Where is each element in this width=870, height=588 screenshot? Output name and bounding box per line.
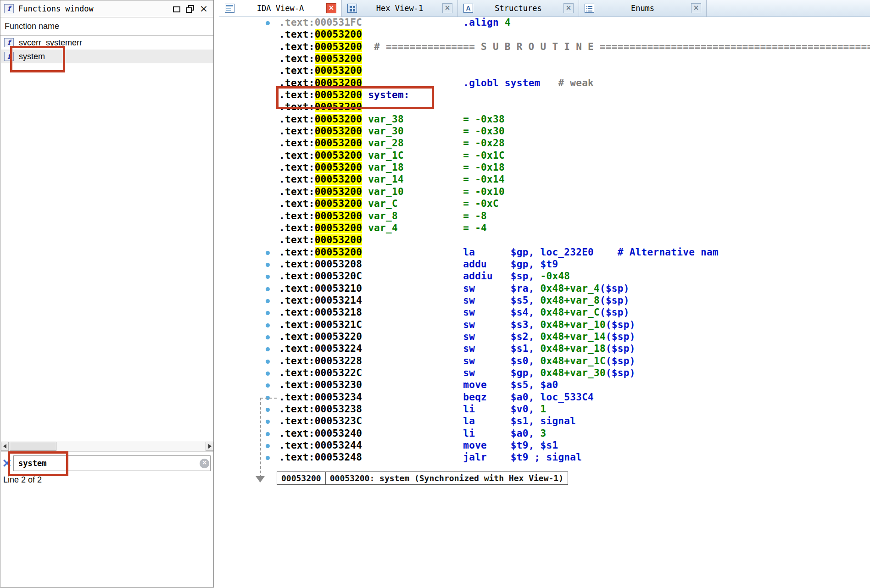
disassembly-line[interactable]: .text:0005321C sw $s3, 0x48+var_10($sp) xyxy=(219,319,870,331)
disassembly-line[interactable]: .text:0005323C la $s1, signal xyxy=(219,416,870,427)
disassembly-line[interactable]: .text:00053244 move $t9, $s1 xyxy=(219,440,870,452)
disassembly-line[interactable]: .text:00053230 move $s5, $a0 xyxy=(219,379,870,391)
segment-prefix: .text: xyxy=(279,367,315,378)
disassembly-line[interactable]: .text:00053200 var_38 = -0x38 xyxy=(219,114,870,126)
disassembly-line[interactable]: .text:00053228 sw $s0, 0x48+var_1C($sp) xyxy=(219,355,870,367)
code-token: var_14 xyxy=(368,174,404,185)
disassembly-line[interactable]: .text:00053248 jalr $t9 ; signal xyxy=(219,452,870,464)
disassembly-line[interactable]: .text:00053200 var_10 = -0x10 xyxy=(219,186,870,198)
segment-prefix: .text: xyxy=(279,234,315,245)
disassembly-line[interactable]: .text:000531FC .align 4 xyxy=(219,17,870,29)
functions-window-titlebar: f Functions window × xyxy=(0,0,213,17)
disassembly-line[interactable]: .text:00053200 var_30 = -0x30 xyxy=(219,126,870,138)
tab-close-button[interactable]: × xyxy=(326,3,336,13)
segment-prefix: .text: xyxy=(279,198,315,209)
code-token: $a0, xyxy=(511,428,541,439)
disassembly-line[interactable]: .text:00053200 xyxy=(219,65,870,77)
disassembly-line[interactable]: .text:00053214 sw $s5, 0x48+var_8($sp) xyxy=(219,295,870,307)
code-token: $s5, $a0 xyxy=(511,379,558,390)
address: 00053200 xyxy=(315,138,362,149)
disassembly-line[interactable]: .text:00053200 var_18 = -0x18 xyxy=(219,162,870,174)
annotation-box-search-system xyxy=(8,451,68,476)
code-token xyxy=(362,186,368,197)
code-dot-icon xyxy=(266,360,270,364)
disassembly-line[interactable]: .text:00053200 var_28 = -0x28 xyxy=(219,138,870,150)
structures-icon xyxy=(463,4,473,13)
address: 00053200 xyxy=(315,65,362,76)
code-token: sw xyxy=(463,367,475,378)
clear-search-icon[interactable]: × xyxy=(200,459,209,468)
code-token: jalr xyxy=(463,452,487,463)
column-header-function-name[interactable]: Function name xyxy=(0,17,213,36)
disassembly-line[interactable]: .text:00053200 var_8 = -8 xyxy=(219,211,870,222)
annotation-box-function-system xyxy=(10,46,65,72)
disassembly-line[interactable]: .text:00053208 addu $gp, $t9 xyxy=(219,259,870,271)
disassembly-line[interactable]: .text:00053220 sw $s2, 0x48+var_14($sp) xyxy=(219,331,870,343)
disassembly-line[interactable]: .text:00053200 xyxy=(219,234,870,246)
code-token xyxy=(475,331,511,342)
code-dot-icon xyxy=(266,263,270,267)
code-token xyxy=(362,319,463,330)
address: 00053200 xyxy=(315,198,362,209)
tab-ida-view-a[interactable]: IDA View-A× xyxy=(219,0,342,17)
disassembly-line[interactable]: .text:00053200 xyxy=(219,53,870,65)
close-button-icon[interactable]: × xyxy=(197,2,211,15)
code-token xyxy=(404,138,463,149)
segment-prefix: .text: xyxy=(279,331,315,342)
disassembly-line[interactable]: .text:00053234 beqz $a0, loc_533C4 xyxy=(219,392,870,404)
disassembly-line[interactable]: .text:00053200 # =============== S U B R… xyxy=(219,41,870,53)
disassembly-line[interactable]: .text:00053238 li $v0, 1 xyxy=(219,404,870,416)
disassembly-line[interactable]: .text:00053240 li $a0, 3 xyxy=(219,428,870,440)
disassembly-line[interactable]: .text:0005322C sw $gp, 0x48+var_30($sp) xyxy=(219,367,870,379)
code-token xyxy=(541,78,558,89)
tab-close-button[interactable]: × xyxy=(442,3,452,13)
disassembly-line[interactable]: .text:00053200 xyxy=(219,29,870,41)
segment-prefix: .text: xyxy=(279,114,315,125)
disassembly-line[interactable]: .text:00053200 var_C = -0xC xyxy=(219,198,870,210)
disassembly-line[interactable]: .text:00053218 sw $s4, 0x48+var_C($sp) xyxy=(219,307,870,319)
disassembly-line[interactable]: .text:00053210 sw $ra, 0x48+var_4($sp) xyxy=(219,283,870,295)
disassembly-line[interactable]: .text:00053200 var_14 = -0x14 xyxy=(219,174,870,186)
code-token xyxy=(362,259,463,270)
horizontal-scrollbar[interactable] xyxy=(1,441,213,452)
disassembly-line[interactable]: .text:00053200 var_4 = -4 xyxy=(219,222,870,234)
code-token: $gp, xyxy=(511,367,541,378)
tab-enums[interactable]: Enums× xyxy=(579,0,707,17)
tab-structures[interactable]: Structures× xyxy=(458,0,579,17)
disassembly-line[interactable]: .text:00053200 la $gp, loc_232E0 # Alter… xyxy=(219,247,870,259)
tab-close-button[interactable]: × xyxy=(563,3,574,13)
code-token xyxy=(362,271,463,282)
scroll-right-button[interactable] xyxy=(206,442,213,451)
code-token xyxy=(475,343,511,354)
code-token xyxy=(493,271,511,282)
code-token: = -0x28 xyxy=(463,138,505,149)
address: 00053228 xyxy=(315,355,362,366)
segment-prefix: .text: xyxy=(279,283,315,294)
segment-prefix: .text: xyxy=(279,319,315,330)
window-title: Functions window xyxy=(18,4,94,13)
address: 00053220 xyxy=(315,331,362,342)
code-token: move xyxy=(463,440,487,451)
code-dot-icon xyxy=(266,311,270,315)
code-token: .globl system xyxy=(463,78,540,89)
scroll-left-button[interactable] xyxy=(1,442,9,451)
code-token: $s4, xyxy=(511,307,541,318)
segment-prefix: .text: xyxy=(279,440,315,451)
segment-prefix: .text: xyxy=(279,295,315,306)
restore-button-icon[interactable] xyxy=(183,2,197,15)
disassembly-line[interactable]: .text:00053224 sw $s1, 0x48+var_18($sp) xyxy=(219,343,870,355)
tab-bar: IDA View-A×Hex View-1×Structures×Enums× xyxy=(219,0,870,17)
code-token: 0x48+var_18 xyxy=(541,343,606,354)
maximize-button-icon[interactable] xyxy=(169,2,183,15)
code-token: $gp, loc_232E0 xyxy=(511,247,594,258)
code-token xyxy=(362,211,368,222)
address: 00053244 xyxy=(315,440,362,451)
tab-close-button[interactable]: × xyxy=(691,3,701,13)
disassembly-line[interactable]: .text:00053200 var_1C = -0x1C xyxy=(219,150,870,162)
tab-hex-view-1[interactable]: Hex View-1× xyxy=(342,0,458,17)
disassembly-line[interactable]: .text:0005320C addiu $sp, -0x48 xyxy=(219,271,870,283)
segment-prefix: .text: xyxy=(279,186,315,197)
address: 00053200 xyxy=(315,222,362,233)
scrollbar-thumb[interactable] xyxy=(10,442,56,451)
code-token: 0x48+var_30 xyxy=(541,367,606,378)
